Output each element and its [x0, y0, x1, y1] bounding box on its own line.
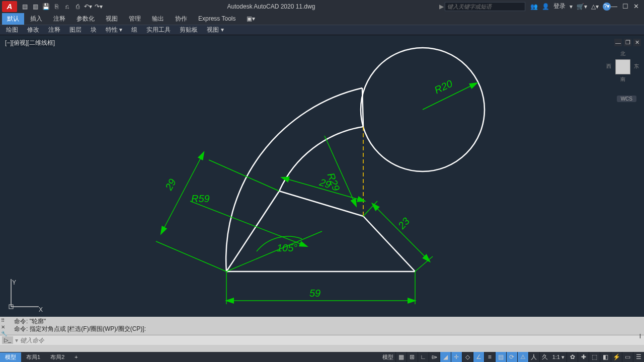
status-gear-icon[interactable]: ✿	[567, 352, 578, 362]
status-isolate-icon[interactable]: ◧	[600, 352, 611, 362]
status-annomonitor-icon[interactable]: ⚠	[517, 352, 528, 362]
tab-layout1[interactable]: 布局1	[21, 352, 45, 362]
panel-annotate[interactable]: 注释	[44, 25, 64, 35]
command-input-row: ▷_ ▾	[0, 335, 644, 345]
status-cycling-icon[interactable]: ⟳	[506, 352, 517, 362]
status-right: 模型 ▦ ⊞ ∟ ⌲ ◢ ✛ ◇ ∠ ≡ ▤ ⟳ ⚠ 人 久 1:1 ▾ ✿ ✚…	[380, 352, 644, 362]
close-button[interactable]: ✕	[633, 3, 639, 10]
cmd-prompt-icon[interactable]: ▷_	[2, 336, 13, 344]
status-ui-icon[interactable]: ⬚	[589, 352, 600, 362]
status-autoscale-icon[interactable]: 久	[539, 352, 550, 362]
login-button[interactable]: 登录	[553, 2, 566, 11]
cmd-side-controls: ⠿ ✕ 🔧	[1, 318, 7, 336]
ucs-y-label: Y	[12, 279, 16, 286]
svg-line-3	[279, 191, 363, 216]
tab-output[interactable]: 输出	[147, 13, 169, 25]
status-scale[interactable]: 1:1 ▾	[550, 354, 567, 360]
user-icon[interactable]: 👤	[542, 3, 549, 10]
panel-view[interactable]: 视图 ▾	[203, 25, 227, 35]
status-hwaccel-icon[interactable]: ⚡	[611, 352, 622, 362]
cmd-line-1: 命令: "轮廓"	[14, 318, 641, 325]
qat-new-icon[interactable]: ▤	[20, 2, 29, 11]
dim-r59: R59	[191, 193, 210, 204]
panel-utilities[interactable]: 实用工具	[142, 25, 175, 35]
quick-access-toolbar: ▤ ▥ 💾 ⎘ ⎌ ⎙ ↶▾ ↷▾	[20, 2, 103, 11]
apps-icon[interactable]: △▾	[591, 3, 599, 10]
command-history: 命令: "轮廓" 命令: 指定对角点或 [栏选(F)/圈围(WP)/圈交(CP)…	[0, 317, 644, 335]
window-controls: — ☐ ✕	[611, 3, 642, 10]
cmd-settings-icon[interactable]: 🔧	[1, 331, 7, 336]
status-model-label[interactable]: 模型	[380, 353, 395, 361]
status-transparency-icon[interactable]: ▤	[495, 352, 506, 362]
tab-default[interactable]: 默认	[2, 13, 24, 25]
tab-insert[interactable]: 插入	[25, 13, 47, 25]
svg-line-15	[363, 201, 377, 216]
status-bar: 模型 布局1 布局2 + 模型 ▦ ⊞ ∟ ⌲ ◢ ✛ ◇ ∠ ≡ ▤ ⟳ ⚠ …	[0, 352, 644, 362]
dropdown-icon[interactable]: ▾	[570, 3, 573, 10]
status-plus-icon[interactable]: ✚	[578, 352, 589, 362]
tab-layout2[interactable]: 布局2	[45, 352, 69, 362]
svg-line-18	[325, 136, 356, 206]
drawing-viewport[interactable]: [−][俯视][二维线框] — ❐ ✕ 北 南 东 西 WCS	[0, 35, 644, 317]
panel-properties[interactable]: 特性 ▾	[102, 25, 126, 35]
dim-29a: 29	[163, 177, 178, 193]
cmd-close-icon[interactable]: ✕	[1, 324, 7, 330]
status-3dosnap-icon[interactable]: ◇	[462, 352, 473, 362]
search-play-icon: ▶	[439, 3, 444, 10]
tab-model[interactable]: 模型	[0, 352, 21, 362]
ribbon-tabs: 默认 插入 注释 参数化 视图 管理 输出 协作 Express Tools ▣…	[0, 13, 644, 25]
tab-annotate[interactable]: 注释	[48, 13, 70, 25]
panel-layers[interactable]: 图层	[65, 25, 86, 35]
tab-collab[interactable]: 协作	[170, 13, 192, 25]
maximize-button[interactable]: ☐	[622, 3, 628, 10]
minimize-button[interactable]: —	[611, 3, 617, 10]
dim-59: 59	[309, 288, 320, 299]
panel-group[interactable]: 组	[127, 25, 141, 35]
qat-plot-icon[interactable]: ⎙	[73, 2, 82, 11]
signin-icon[interactable]: 👥	[530, 3, 538, 10]
tab-manage[interactable]: 管理	[124, 13, 146, 25]
qat-open-icon[interactable]: ▥	[31, 2, 40, 11]
panel-block[interactable]: 块	[87, 25, 101, 35]
ucs-x-label: X	[39, 306, 43, 313]
svg-line-12	[209, 160, 279, 191]
command-input[interactable]	[18, 337, 644, 344]
status-polar-icon[interactable]: ⌲	[429, 352, 440, 362]
cart-icon[interactable]: 🛒▾	[577, 3, 587, 10]
app-logo: A	[2, 1, 17, 12]
status-annoscale-icon[interactable]: 人	[528, 352, 539, 362]
qat-redo-icon[interactable]: ↷▾	[94, 2, 103, 11]
svg-line-11	[156, 241, 226, 272]
status-osnap-icon[interactable]: ✛	[451, 352, 462, 362]
panel-modify[interactable]: 修改	[23, 25, 43, 35]
svg-line-20	[226, 231, 322, 272]
qat-saveas-icon[interactable]: ⎘	[52, 2, 61, 11]
tab-view[interactable]: 视图	[101, 13, 123, 25]
dim-r20: R20	[433, 78, 454, 96]
tab-parametric[interactable]: 参数化	[71, 13, 100, 25]
tab-add[interactable]: +	[69, 353, 83, 361]
help-icon[interactable]: ?▾	[603, 3, 611, 11]
status-snap-icon[interactable]: ⊞	[407, 352, 418, 362]
qat-saveall-icon[interactable]: ⎌	[62, 2, 71, 11]
command-area: ⠿ ✕ 🔧 命令: "轮廓" 命令: 指定对角点或 [栏选(F)/圈围(WP)/…	[0, 317, 644, 352]
status-otrack-icon[interactable]: ∠	[473, 352, 484, 362]
status-clean-icon[interactable]: ▭	[622, 352, 633, 362]
cmd-grip-icon[interactable]: ⠿	[1, 318, 7, 323]
search-input[interactable]	[445, 2, 525, 11]
status-lwt-icon[interactable]: ≡	[484, 352, 495, 362]
panel-draw[interactable]: 绘图	[2, 25, 22, 35]
drawing-canvas[interactable]: 59 29 29 23 R59 R29 R20 105°	[0, 35, 644, 317]
text-cursor: I	[639, 333, 641, 340]
status-custom-icon[interactable]: ☰	[633, 352, 644, 362]
ribbon-more-icon[interactable]: ▣▾	[242, 14, 260, 24]
qat-undo-icon[interactable]: ↶▾	[84, 2, 93, 11]
status-grid-icon[interactable]: ▦	[395, 352, 407, 362]
status-ortho-icon[interactable]: ∟	[418, 352, 429, 362]
panel-clipboard[interactable]: 剪贴板	[176, 25, 202, 35]
title-bar: A ▤ ▥ 💾 ⎘ ⎌ ⎙ ↶▾ ↷▾ Autodesk AutoCAD 202…	[0, 0, 644, 13]
tab-express[interactable]: Express Tools	[193, 14, 240, 24]
svg-line-16	[415, 256, 433, 272]
qat-save-icon[interactable]: 💾	[41, 2, 50, 11]
status-isoplane-icon[interactable]: ◢	[440, 352, 451, 362]
